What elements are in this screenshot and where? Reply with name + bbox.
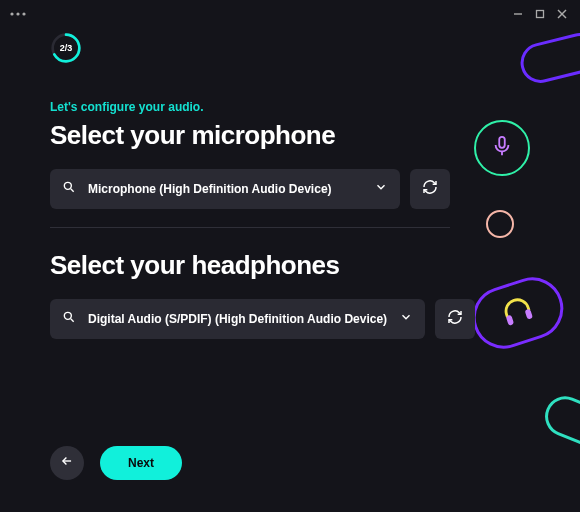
svg-line-10: [71, 189, 74, 192]
chevron-down-icon: [374, 180, 388, 198]
headphones-select[interactable]: Digital Audio (S/PDIF) (High Definition …: [50, 299, 425, 339]
microphone-selected-value: Microphone (High Definition Audio Device…: [88, 182, 362, 196]
microphone-section-title: Select your microphone: [50, 120, 530, 151]
progress-indicator: 2/3: [50, 32, 82, 64]
headphones-selected-value: Digital Audio (S/PDIF) (High Definition …: [88, 312, 387, 326]
chevron-down-icon: [399, 310, 413, 328]
next-button[interactable]: Next: [100, 446, 182, 480]
search-icon: [62, 310, 76, 328]
svg-rect-4: [537, 11, 544, 18]
progress-label: 2/3: [50, 32, 82, 64]
decorative-pill-bottom: [539, 390, 580, 453]
next-button-label: Next: [128, 456, 154, 470]
headphones-refresh-button[interactable]: [435, 299, 475, 339]
svg-point-2: [22, 12, 25, 15]
app-menu-dots[interactable]: [10, 12, 26, 16]
svg-point-0: [10, 12, 13, 15]
headphones-section-title: Select your headphones: [50, 250, 530, 281]
svg-point-11: [64, 312, 71, 319]
microphone-refresh-button[interactable]: [410, 169, 450, 209]
refresh-icon: [422, 179, 438, 199]
search-icon: [62, 180, 76, 198]
maximize-button[interactable]: [532, 6, 548, 22]
minimize-button[interactable]: [510, 6, 526, 22]
arrow-left-icon: [60, 454, 74, 472]
svg-point-1: [16, 12, 19, 15]
titlebar: [0, 0, 580, 28]
microphone-select[interactable]: Microphone (High Definition Audio Device…: [50, 169, 400, 209]
close-button[interactable]: [554, 6, 570, 22]
svg-point-9: [64, 182, 71, 189]
section-divider: [50, 227, 450, 228]
svg-line-12: [71, 319, 74, 322]
back-button[interactable]: [50, 446, 84, 480]
refresh-icon: [447, 309, 463, 329]
config-subtitle: Let's configure your audio.: [50, 100, 530, 114]
